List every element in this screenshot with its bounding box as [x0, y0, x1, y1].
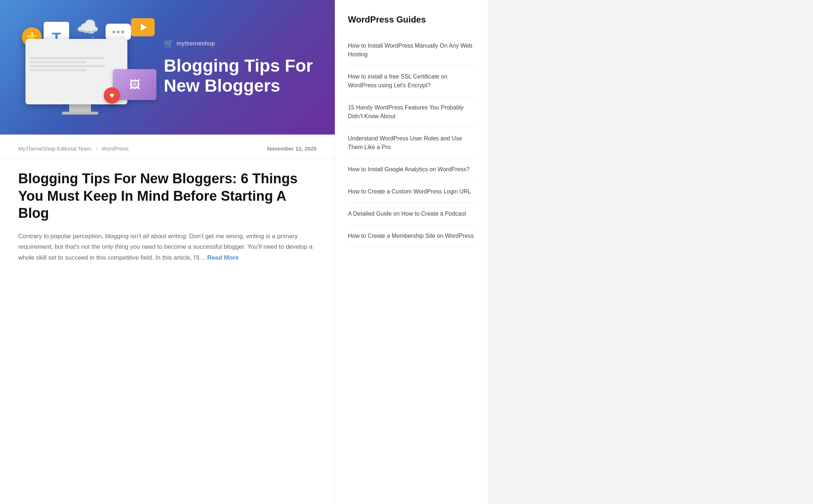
sidebar-item-5[interactable]: How to Create a Custom WordPress Login U…: [348, 181, 475, 203]
article-content: Blogging Tips For New Bloggers: 6 Things…: [0, 159, 335, 278]
sidebar-link-4[interactable]: How to Install Google Analytics on WordP…: [348, 166, 469, 172]
sidebar-item-3[interactable]: Understand WordPress User Roles and Use …: [348, 128, 475, 159]
hero-banner: ⭐ T ☁️ ⬇: [0, 0, 335, 135]
main-content: ⭐ T ☁️ ⬇: [0, 0, 335, 504]
article-category[interactable]: WordPress: [102, 145, 129, 152]
heart-icon: ♥: [104, 87, 120, 104]
article-title: Blogging Tips For New Bloggers: 6 Things…: [18, 170, 317, 222]
hero-title: Blogging Tips For New Bloggers: [164, 56, 317, 96]
hero-text: 🛒 mythemeshop Blogging Tips For New Blog…: [156, 39, 317, 96]
article-date: November 12, 2020: [267, 145, 317, 152]
sidebar-item-4[interactable]: How to Install Google Analytics on WordP…: [348, 159, 475, 181]
sidebar-link-1[interactable]: How to install a free SSL Certificate on…: [348, 73, 447, 88]
read-more-link[interactable]: Read More: [207, 254, 239, 261]
sidebar-link-5[interactable]: How to Create a Custom WordPress Login U…: [348, 188, 471, 195]
sidebar-link-3[interactable]: Understand WordPress User Roles and Use …: [348, 135, 462, 150]
sidebar-link-0[interactable]: How to Install WordPress Manually On Any…: [348, 43, 472, 57]
sidebar-link-6[interactable]: A Detailed Guide on How to Create a Podc…: [348, 211, 466, 217]
sidebar-item-6[interactable]: A Detailed Guide on How to Create a Podc…: [348, 203, 475, 225]
article-meta: MyThemeShop Editorial Team • WordPress N…: [0, 135, 335, 159]
brand-header: 🛒 mythemeshop: [164, 39, 317, 48]
article-excerpt: Contrary to popular perception, blogging…: [18, 231, 317, 263]
chat-bubble-icon: [106, 24, 131, 40]
sidebar-item-2[interactable]: 15 Handy WordPress Features You Probably…: [348, 97, 475, 128]
hero-illustration: ⭐ T ☁️ ⬇: [18, 16, 156, 118]
sidebar-item-1[interactable]: How to install a free SSL Certificate on…: [348, 66, 475, 97]
sidebar-item-0[interactable]: How to Install WordPress Manually On Any…: [348, 35, 475, 66]
article-author: MyThemeShop Editorial Team: [18, 145, 91, 152]
sidebar-link-2[interactable]: 15 Handy WordPress Features You Probably…: [348, 104, 464, 119]
brand-icon: 🛒: [164, 39, 174, 48]
brand-name: mythemeshop: [177, 40, 215, 47]
sidebar-title: WordPress Guides: [348, 15, 475, 25]
play-button-icon: [131, 18, 155, 36]
sidebar-link-7[interactable]: How to Create a Membership Site on WordP…: [348, 233, 474, 239]
sidebar: WordPress Guides How to Install WordPres…: [335, 0, 488, 504]
sidebar-item-7[interactable]: How to Create a Membership Site on WordP…: [348, 225, 475, 247]
meta-separator: •: [96, 146, 98, 152]
